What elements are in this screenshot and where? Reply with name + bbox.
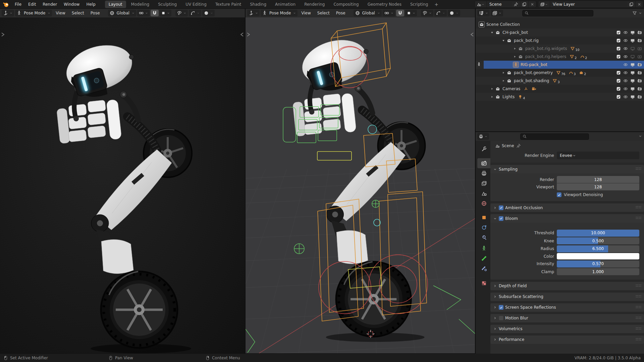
workspace-tab-shading[interactable]: Shading: [246, 1, 270, 8]
disclosure-closed-icon[interactable]: [502, 71, 505, 74]
gizmos-dropdown[interactable]: [434, 10, 447, 16]
properties-tab-world[interactable]: [477, 198, 490, 208]
ambient-occlusion-checkbox[interactable]: [499, 205, 503, 210]
panel-grip[interactable]: [635, 304, 641, 311]
disclosure-closed-icon[interactable]: [513, 55, 517, 58]
outliner-search-input[interactable]: [522, 10, 593, 16]
pin-scene-button[interactable]: [512, 1, 520, 7]
panel-subsurface-scattering-header[interactable]: Subsurface Scattering: [490, 293, 644, 301]
panel-grip[interactable]: [635, 204, 641, 211]
snap-toggle[interactable]: [151, 10, 159, 16]
viewport-left-canvas[interactable]: [0, 17, 245, 353]
disable-in-viewports-toggle[interactable]: [630, 30, 635, 35]
view-layer-browse-button[interactable]: [538, 1, 550, 7]
viewport-menu-pose[interactable]: Pose: [88, 10, 103, 16]
properties-tab-bone[interactable]: [477, 253, 490, 263]
unlink-scene-button[interactable]: [529, 1, 536, 7]
mode-dropdown[interactable]: Pose Mode: [261, 10, 298, 16]
properties-options-dropdown[interactable]: [638, 134, 642, 139]
new-view-layer-button[interactable]: [627, 1, 636, 7]
properties-tab-view-layer[interactable]: [477, 178, 490, 188]
disable-in-viewports-toggle[interactable]: [630, 78, 635, 83]
menu-file[interactable]: File: [11, 1, 25, 8]
panel-bloom-header[interactable]: Bloom: [490, 214, 644, 223]
remove-view-layer-button[interactable]: [636, 1, 643, 7]
pose-view[interactable]: [246, 17, 475, 353]
outliner-row-pack-bot-rig-widgets[interactable]: pack_bot.rig.widgets10: [476, 45, 644, 53]
scene-name[interactable]: Scene: [487, 2, 512, 7]
motion-blur-checkbox[interactable]: [499, 316, 503, 320]
hide-in-viewport-toggle[interactable]: [623, 54, 628, 59]
workspace-tab-compositing[interactable]: Compositing: [330, 1, 362, 8]
blender-logo-icon[interactable]: [3, 1, 9, 8]
disable-in-viewports-toggle[interactable]: [630, 70, 635, 75]
properties-tab-object-data[interactable]: [477, 243, 490, 253]
outliner-row-scene-collection[interactable]: Scene Collection: [476, 20, 644, 28]
gizmos-dropdown[interactable]: [189, 10, 201, 16]
properties-tab-object[interactable]: [477, 213, 490, 223]
exclude-checkbox[interactable]: [616, 46, 621, 51]
shading-mode-dropdown[interactable]: [202, 10, 215, 16]
sidebar-expand-icon[interactable]: [470, 32, 474, 37]
disable-in-viewports-toggle[interactable]: [630, 86, 635, 91]
properties-search-input[interactable]: [520, 133, 589, 140]
hide-in-viewport-toggle[interactable]: [623, 70, 628, 75]
properties-tab-bone-constraints[interactable]: [477, 263, 490, 274]
shading-mode-dropdown[interactable]: [448, 10, 460, 16]
bloom-intensity-slider[interactable]: 0.570: [557, 260, 639, 267]
view-layer-selector[interactable]: View Layer: [538, 1, 643, 8]
properties-tab-physics[interactable]: [477, 223, 490, 233]
panel-grip[interactable]: [635, 336, 641, 343]
object-visibility-dropdown[interactable]: [421, 10, 433, 16]
toolbar-expand-icon[interactable]: [1, 32, 5, 37]
disclosure-open-icon[interactable]: [490, 31, 494, 34]
disable-in-renders-toggle[interactable]: [637, 95, 642, 99]
disable-in-renders-toggle[interactable]: [637, 54, 642, 59]
snap-target-dropdown[interactable]: [160, 10, 171, 16]
editor-type-button[interactable]: [247, 10, 260, 16]
disable-in-viewports-toggle[interactable]: [630, 95, 635, 99]
editor-type-button[interactable]: [477, 133, 489, 140]
disable-in-renders-toggle[interactable]: [637, 30, 642, 35]
scene-selector[interactable]: Scene: [475, 1, 536, 8]
panel-volumetrics-header[interactable]: Volumetrics: [490, 325, 644, 333]
new-scene-button[interactable]: [520, 1, 529, 7]
panel-performance-header[interactable]: Performance: [490, 336, 644, 344]
editor-type-button[interactable]: [2, 10, 14, 16]
workspace-tab-sculpting[interactable]: Sculpting: [154, 1, 180, 8]
bloom-color-swatch[interactable]: [557, 253, 639, 259]
disable-in-renders-toggle[interactable]: [637, 86, 642, 91]
pivot-point-dropdown[interactable]: [383, 10, 395, 16]
disable-in-renders-toggle[interactable]: [637, 70, 642, 75]
bloom-radius-slider[interactable]: 6.500: [557, 245, 639, 252]
workspace-tab-layout[interactable]: Layout: [105, 1, 126, 8]
screen-space-reflections-checkbox[interactable]: [499, 305, 503, 310]
transform-orientation-dropdown[interactable]: Global: [108, 10, 136, 16]
properties-tab-tool[interactable]: [477, 144, 490, 154]
hide-in-viewport-toggle[interactable]: [623, 38, 628, 43]
outliner-row-cameras[interactable]: Cameras: [476, 85, 644, 93]
disclosure-closed-icon[interactable]: [490, 87, 494, 90]
bloom-threshold-slider[interactable]: 10.000: [557, 230, 639, 237]
workspace-tab-texture-paint[interactable]: Texture Paint: [212, 1, 245, 8]
properties-tab-constraints[interactable]: [477, 233, 490, 243]
sidebar-expand-icon[interactable]: [240, 32, 244, 37]
bloom-clamp-slider[interactable]: 1.000: [557, 268, 639, 275]
disclosure-closed-icon[interactable]: [490, 95, 494, 99]
workspace-tab-animation[interactable]: Animation: [271, 1, 299, 8]
hide-in-viewport-toggle[interactable]: [623, 30, 628, 35]
menu-render[interactable]: Render: [39, 1, 60, 8]
panel-motion-blur-header[interactable]: Motion Blur: [490, 314, 644, 322]
rendered-view[interactable]: [0, 17, 245, 353]
panel-ambient-occlusion-header[interactable]: Ambient Occlusion: [490, 203, 644, 212]
hide-in-viewport-toggle[interactable]: [623, 86, 628, 91]
panel-grip[interactable]: [635, 315, 641, 322]
disable-in-viewports-toggle[interactable]: [630, 54, 635, 59]
disclosure-open-icon[interactable]: [502, 39, 505, 42]
exclude-checkbox[interactable]: [616, 54, 621, 59]
hide-in-viewport-toggle[interactable]: [623, 46, 628, 51]
panel-grip[interactable]: [635, 283, 641, 290]
panel-grip[interactable]: [635, 325, 641, 333]
disable-in-viewports-toggle[interactable]: [630, 46, 635, 51]
exclude-checkbox[interactable]: [616, 78, 621, 83]
